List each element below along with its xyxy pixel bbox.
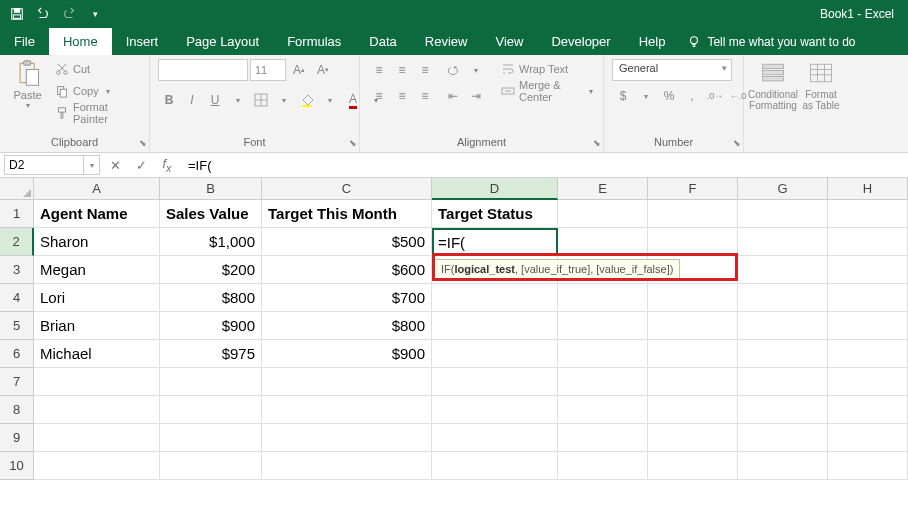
row-header[interactable]: 9 [0,424,34,452]
tab-view[interactable]: View [481,28,537,55]
col-header[interactable]: H [828,178,908,200]
cell[interactable] [828,368,908,396]
col-header[interactable]: C [262,178,432,200]
cell[interactable]: Sharon [34,228,160,256]
row-header[interactable]: 10 [0,452,34,480]
cell[interactable] [738,340,828,368]
comma-format-icon[interactable]: , [681,85,703,107]
col-header[interactable]: D [432,178,558,200]
col-header[interactable]: A [34,178,160,200]
tab-developer[interactable]: Developer [537,28,624,55]
font-name-combo[interactable] [158,59,248,81]
cell[interactable] [432,340,558,368]
cell[interactable] [34,424,160,452]
cell[interactable] [262,368,432,396]
conditional-formatting-button[interactable]: Conditional Formatting [752,59,794,111]
cell[interactable] [738,452,828,480]
cell[interactable]: $975 [160,340,262,368]
cell[interactable] [738,312,828,340]
cell[interactable] [828,228,908,256]
cell[interactable] [558,228,648,256]
cell[interactable] [34,452,160,480]
col-header[interactable]: E [558,178,648,200]
cell[interactable]: $900 [160,312,262,340]
select-all-triangle[interactable] [0,178,34,200]
cell[interactable] [738,228,828,256]
align-middle-icon[interactable]: ≡ [391,59,413,81]
cell[interactable] [738,396,828,424]
cell[interactable] [160,424,262,452]
decrease-font-icon[interactable]: A▾ [312,59,334,81]
row-header[interactable]: 1 [0,200,34,228]
accounting-format-icon[interactable]: $ [612,85,634,107]
fill-drop-icon[interactable]: ▾ [319,89,341,111]
font-size-combo[interactable] [250,59,286,81]
active-cell[interactable]: =IF( IF(logical_test, [value_if_true], [… [432,228,558,256]
align-center-icon[interactable]: ≡ [391,85,413,107]
copy-button[interactable]: Copy▾ [53,81,141,101]
row-header[interactable]: 7 [0,368,34,396]
bold-button[interactable]: B [158,89,180,111]
col-header[interactable]: F [648,178,738,200]
tab-formulas[interactable]: Formulas [273,28,355,55]
cell[interactable] [828,284,908,312]
tab-insert[interactable]: Insert [112,28,173,55]
cell[interactable] [432,424,558,452]
cell[interactable]: $800 [262,312,432,340]
number-dialog-icon[interactable]: ⬊ [733,138,741,148]
cell[interactable] [738,200,828,228]
percent-format-icon[interactable]: % [658,85,680,107]
fx-icon[interactable]: fx [158,156,176,174]
row-header[interactable]: 8 [0,396,34,424]
cell[interactable]: Agent Name [34,200,160,228]
col-header[interactable]: G [738,178,828,200]
clipboard-dialog-icon[interactable]: ⬊ [139,138,147,148]
cell[interactable] [558,452,648,480]
cell[interactable] [828,312,908,340]
cell[interactable] [432,452,558,480]
tab-review[interactable]: Review [411,28,482,55]
redo-icon[interactable] [58,3,80,25]
align-left-icon[interactable]: ≡ [368,85,390,107]
accounting-drop-icon[interactable]: ▾ [635,85,657,107]
cell[interactable] [558,312,648,340]
tab-help[interactable]: Help [625,28,680,55]
cell[interactable] [828,396,908,424]
tab-home[interactable]: Home [49,28,112,55]
orientation-icon[interactable]: ⭯ [442,59,464,81]
cell[interactable] [828,424,908,452]
cell[interactable]: Target This Month [262,200,432,228]
alignment-dialog-icon[interactable]: ⬊ [593,138,601,148]
cell[interactable] [738,424,828,452]
cell[interactable]: Brian [34,312,160,340]
cell[interactable] [432,368,558,396]
cell[interactable]: Sales Value [160,200,262,228]
cell[interactable]: Megan [34,256,160,284]
col-header[interactable]: B [160,178,262,200]
cell[interactable] [558,200,648,228]
save-icon[interactable] [6,3,28,25]
cell[interactable] [160,396,262,424]
undo-icon[interactable] [32,3,54,25]
cell[interactable] [558,424,648,452]
tab-page-layout[interactable]: Page Layout [172,28,273,55]
orientation-drop-icon[interactable]: ▾ [465,59,487,81]
underline-drop-icon[interactable]: ▾ [227,89,249,111]
increase-font-icon[interactable]: A▴ [288,59,310,81]
merge-center-button[interactable]: Merge & Center▾ [499,81,595,101]
cell[interactable]: $700 [262,284,432,312]
cell[interactable] [738,284,828,312]
name-box-drop-icon[interactable]: ▾ [84,155,100,175]
cell[interactable] [648,228,738,256]
cell[interactable]: Michael [34,340,160,368]
cell[interactable]: $200 [160,256,262,284]
cell[interactable] [828,256,908,284]
cell[interactable] [558,368,648,396]
italic-button[interactable]: I [181,89,203,111]
decrease-indent-icon[interactable]: ⇤ [442,85,464,107]
row-header[interactable]: 2 [0,228,34,256]
cell[interactable] [160,452,262,480]
cell[interactable] [432,312,558,340]
cell[interactable]: $900 [262,340,432,368]
cell[interactable] [34,396,160,424]
